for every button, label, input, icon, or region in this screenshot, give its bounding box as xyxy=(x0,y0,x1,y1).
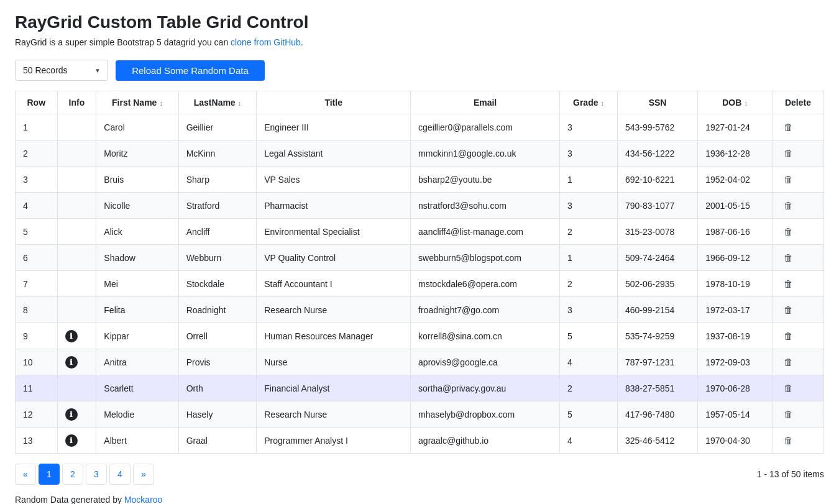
cell-dob: 1927-01-24 xyxy=(698,114,773,140)
col-header-ssn: SSN xyxy=(617,91,697,114)
col-header-row: Row xyxy=(16,91,58,114)
footer-text: Random Data generated by xyxy=(15,495,124,504)
cell-ssn: 417-96-7480 xyxy=(617,401,697,428)
table-row: 8FelitaRoadnightResearch Nursefroadnight… xyxy=(16,297,824,323)
cell-dob: 1966-09-12 xyxy=(698,245,773,271)
info-badge[interactable]: ℹ xyxy=(65,434,78,447)
cell-title: VP Quality Control xyxy=(257,245,411,271)
table-row: 4NicolleStratfordPharmacistnstratford3@s… xyxy=(16,193,824,219)
cell-row: 4 xyxy=(16,193,58,219)
delete-button[interactable]: 🗑 xyxy=(780,329,797,342)
delete-button[interactable]: 🗑 xyxy=(780,355,797,369)
cell-delete: 🗑 xyxy=(772,323,823,349)
pagination: «1234» 1 - 13 of 50 items xyxy=(15,464,824,485)
cell-delete: 🗑 xyxy=(772,219,823,245)
cell-info xyxy=(57,271,96,297)
cell-row: 7 xyxy=(16,271,58,297)
col-header-grade[interactable]: Grade↕ xyxy=(560,91,618,114)
cell-first-name: Kippar xyxy=(96,323,178,349)
cell-grade: 3 xyxy=(560,114,618,140)
delete-button[interactable]: 🗑 xyxy=(780,434,797,447)
pagination-page-4[interactable]: 4 xyxy=(109,464,131,485)
cell-info xyxy=(57,245,96,271)
cell-delete: 🗑 xyxy=(772,375,823,401)
cell-last-name: Stratford xyxy=(178,193,257,219)
mockaroo-link[interactable]: Mockaroo xyxy=(124,495,162,504)
records-select-wrapper: 10 Records25 Records50 Records100 Record… xyxy=(15,60,108,81)
info-badge[interactable]: ℹ xyxy=(65,330,78,342)
delete-button[interactable]: 🗑 xyxy=(780,251,797,264)
table-row: 5AlickAncliffEnvironmental Specialistaan… xyxy=(16,219,824,245)
info-badge[interactable]: ℹ xyxy=(65,408,78,421)
delete-button[interactable]: 🗑 xyxy=(780,303,797,316)
cell-row: 2 xyxy=(16,140,58,167)
cell-title: Research Nurse xyxy=(257,297,411,323)
cell-dob: 1936-12-28 xyxy=(698,140,773,167)
cell-ssn: 315-23-0078 xyxy=(617,219,697,245)
cell-info xyxy=(57,193,96,219)
cell-grade: 4 xyxy=(560,428,618,454)
table-row: 12ℹMelodieHaselyResearch Nursemhaselyb@d… xyxy=(16,401,824,428)
delete-button[interactable]: 🗑 xyxy=(780,121,797,134)
cell-title: Research Nurse xyxy=(257,401,411,428)
cell-first-name: Albert xyxy=(96,428,178,454)
table-row: 2MoritzMcKinnLegal Assistantmmckinn1@goo… xyxy=(16,140,824,167)
cell-row: 3 xyxy=(16,167,58,193)
cell-first-name: Nicolle xyxy=(96,193,178,219)
pagination-prev[interactable]: « xyxy=(15,464,36,485)
cell-email: cgeillier0@parallels.com xyxy=(411,114,560,140)
delete-button[interactable]: 🗑 xyxy=(780,277,797,290)
delete-button[interactable]: 🗑 xyxy=(780,382,797,395)
col-header-last_name[interactable]: LastName↕ xyxy=(178,91,257,114)
reload-button[interactable]: Reload Some Random Data xyxy=(116,60,265,81)
delete-button[interactable]: 🗑 xyxy=(780,173,797,186)
cell-delete: 🗑 xyxy=(772,297,823,323)
cell-email: aprovis9@google.ca xyxy=(411,349,560,375)
table-row: 1CarolGeillierEngineer IIIcgeillier0@par… xyxy=(16,114,824,140)
cell-email: mhaselyb@dropbox.com xyxy=(411,401,560,428)
col-header-dob[interactable]: DOB↕ xyxy=(698,91,773,114)
table-row: 7MeiStockdaleStaff Accountant Imstockdal… xyxy=(16,271,824,297)
cell-delete: 🗑 xyxy=(772,349,823,375)
cell-grade: 2 xyxy=(560,375,618,401)
footer: Random Data generated by Mockaroo xyxy=(15,495,824,504)
cell-title: Staff Accountant I xyxy=(257,271,411,297)
cell-row: 12 xyxy=(16,401,58,428)
cell-info xyxy=(57,140,96,167)
delete-button[interactable]: 🗑 xyxy=(780,147,797,160)
cell-ssn: 502-06-2935 xyxy=(617,271,697,297)
table-header: RowInfoFirst Name↕LastName↕TitleEmailGra… xyxy=(16,91,824,114)
cell-email: swebburn5@blogspot.com xyxy=(411,245,560,271)
cell-ssn: 543-99-5762 xyxy=(617,114,697,140)
cell-grade: 3 xyxy=(560,140,618,167)
cell-title: Financial Analyst xyxy=(257,375,411,401)
data-table: RowInfoFirst Name↕LastName↕TitleEmailGra… xyxy=(15,91,824,454)
col-header-title: Title xyxy=(257,91,411,114)
cell-first-name: Moritz xyxy=(96,140,178,167)
page-nav: «1234» xyxy=(15,464,154,485)
table-row: 9ℹKipparOrrellHuman Resources Managerkor… xyxy=(16,323,824,349)
github-link[interactable]: clone from GitHub xyxy=(231,37,301,47)
cell-title: Legal Assistant xyxy=(257,140,411,167)
col-header-first_name[interactable]: First Name↕ xyxy=(96,91,178,114)
delete-button[interactable]: 🗑 xyxy=(780,225,797,238)
pagination-next[interactable]: » xyxy=(133,464,154,485)
cell-email: bsharp2@youtu.be xyxy=(411,167,560,193)
cell-ssn: 838-27-5851 xyxy=(617,375,697,401)
cell-grade: 1 xyxy=(560,245,618,271)
cell-grade: 4 xyxy=(560,349,618,375)
records-select[interactable]: 10 Records25 Records50 Records100 Record… xyxy=(15,60,108,81)
pagination-page-2[interactable]: 2 xyxy=(62,464,83,485)
pagination-page-1[interactable]: 1 xyxy=(39,464,60,485)
table-row: 3BruisSharpVP Salesbsharp2@youtu.be1692-… xyxy=(16,167,824,193)
cell-delete: 🗑 xyxy=(772,428,823,454)
pagination-page-3[interactable]: 3 xyxy=(86,464,107,485)
header-row: RowInfoFirst Name↕LastName↕TitleEmailGra… xyxy=(16,91,824,114)
col-header-email: Email xyxy=(411,91,560,114)
delete-button[interactable]: 🗑 xyxy=(780,199,797,212)
cell-last-name: Graal xyxy=(178,428,257,454)
info-badge[interactable]: ℹ xyxy=(65,356,78,369)
cell-email: froadnight7@go.com xyxy=(411,297,560,323)
delete-button[interactable]: 🗑 xyxy=(780,408,797,421)
cell-title: Pharmacist xyxy=(257,193,411,219)
